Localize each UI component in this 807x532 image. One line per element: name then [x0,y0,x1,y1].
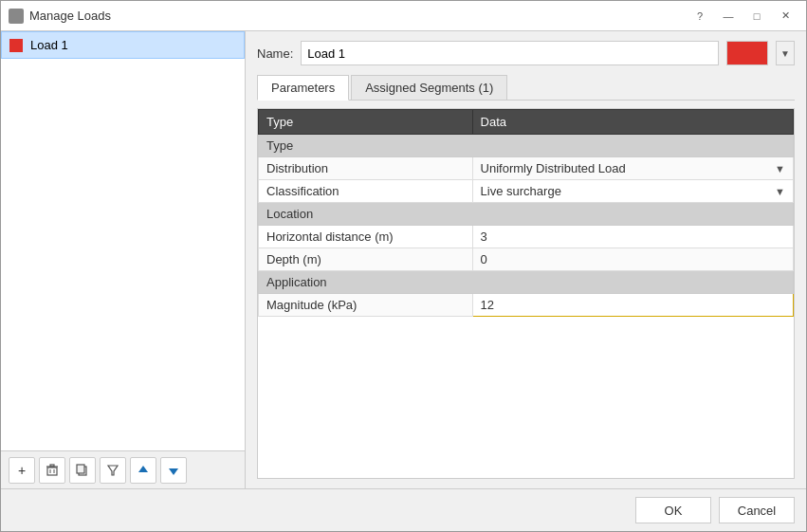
color-button[interactable] [726,41,768,65]
name-label: Name: [257,46,293,61]
filter-icon [106,464,119,477]
chevron-down-icon: ▼ [775,163,785,174]
cancel-button[interactable]: Cancel [719,497,795,523]
section-application: Application [259,271,794,294]
bottom-bar: OK Cancel [1,488,806,531]
column-header-data: Data [472,110,793,135]
svg-rect-2 [50,465,54,467]
classification-select[interactable]: Live surcharge ▼ [472,180,793,203]
arrow-down-icon [167,464,180,477]
sidebar-toolbar: + [1,450,245,488]
distribution-select[interactable]: Uniformly Distributed Load ▼ [472,157,793,180]
maximize-button[interactable]: □ [743,6,770,27]
table-row: Depth (m) 0 [259,248,794,271]
name-input[interactable] [301,41,719,65]
add-button[interactable]: + [9,457,35,484]
table-row: Classification Live surcharge ▼ [259,180,794,203]
svg-rect-6 [77,465,84,473]
tab-assigned-segments[interactable]: Assigned Segments (1) [351,75,507,100]
row-label: Distribution [259,157,473,180]
title-bar: Manage Loads ? — □ ✕ [1,1,806,31]
move-down-button[interactable] [160,457,187,484]
delete-button[interactable] [39,457,65,484]
svg-marker-8 [138,466,148,472]
filter-button[interactable] [100,457,126,484]
sidebar: Load 1 + [1,31,246,488]
window-title: Manage Loads [29,9,111,23]
section-type: Type [259,135,794,157]
close-button[interactable]: ✕ [772,6,798,27]
chevron-down-icon: ▼ [775,186,785,197]
magnitude-input[interactable]: 12 [472,294,793,317]
svg-rect-0 [47,468,57,475]
trash-icon [46,464,59,477]
minimize-button[interactable]: — [715,6,742,27]
depth-value[interactable]: 0 [472,248,793,271]
copy-icon [76,464,89,477]
row-label: Magnitude (kPa) [259,294,473,317]
name-row: Name: ▼ [257,41,795,65]
sidebar-list: Load 1 [1,31,245,450]
title-bar-left: Manage Loads [9,9,111,24]
ok-button[interactable]: OK [635,497,711,523]
move-up-button[interactable] [130,457,156,484]
tab-parameters[interactable]: Parameters [257,75,349,101]
parameters-table: Type Data Type Distribution [257,108,795,479]
list-item[interactable]: Load 1 [1,31,245,59]
arrow-up-icon [137,464,150,477]
window-icon [9,9,24,24]
title-bar-controls: ? — □ ✕ [687,6,798,27]
svg-marker-7 [108,466,118,475]
color-dropdown[interactable]: ▼ [776,41,795,65]
row-label: Classification [259,180,473,203]
section-location: Location [259,203,794,226]
content-area: Load 1 + [1,31,806,488]
copy-button[interactable] [69,457,96,484]
row-label: Horizontal distance (m) [259,226,473,248]
svg-marker-9 [169,468,178,475]
load-item-label: Load 1 [30,38,68,52]
tabs: Parameters Assigned Segments (1) [257,75,795,101]
horizontal-distance-value[interactable]: 3 [472,226,793,248]
load-color-indicator [9,39,23,52]
main-panel: Name: ▼ Parameters Assigned Segments (1) [246,31,806,488]
table-row: Distribution Uniformly Distributed Load … [259,157,794,180]
table-row: Horizontal distance (m) 3 [259,226,794,248]
help-button[interactable]: ? [687,6,713,27]
row-label: Depth (m) [259,248,473,271]
manage-loads-window: Manage Loads ? — □ ✕ Load 1 + [0,0,807,532]
column-header-type: Type [259,110,473,135]
table-row: Magnitude (kPa) 12 [259,294,794,317]
